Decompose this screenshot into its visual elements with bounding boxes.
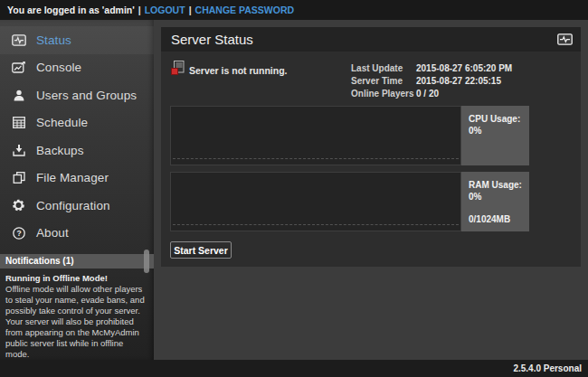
cpu-usage-value: 0% <box>469 125 529 137</box>
sidebar: Status Console Users and Groups Schedule <box>0 20 154 360</box>
info-row-last-update: Last Update 2015-08-27 6:05:20 PM <box>351 61 512 74</box>
server-status-panel: Server is not running. Last Update 2015-… <box>161 52 581 267</box>
notifications-section: Notifications (1) Running in Offline Mod… <box>0 254 154 364</box>
sidebar-item-file-manager[interactable]: File Manager <box>0 165 154 193</box>
main-content: Server Status Server is not running. Las… <box>154 20 588 360</box>
info-value: 2015-08-27 6:05:20 PM <box>416 63 512 73</box>
ram-usage-detail: 0/1024MB <box>469 213 529 225</box>
ram-graph-baseline <box>173 224 459 225</box>
backups-icon <box>11 145 26 156</box>
help-icon: ? <box>11 227 26 240</box>
logout-link[interactable]: LOGOUT <box>145 5 185 15</box>
info-value: 0 / 20 <box>416 89 439 99</box>
sidebar-item-label: Users and Groups <box>36 89 137 102</box>
ram-usage-box: RAM Usage: 0% 0/1024MB <box>461 172 529 231</box>
sidebar-item-schedule[interactable]: Schedule <box>0 109 154 137</box>
cpu-graph-baseline <box>173 158 459 159</box>
status-icon <box>11 34 26 46</box>
footer-bar: 2.5.4.0 Personal <box>0 360 588 377</box>
sidebar-item-label: Schedule <box>36 116 88 129</box>
start-server-button[interactable]: Start Server <box>170 241 232 259</box>
cpu-usage-box: CPU Usage: 0% <box>461 106 529 165</box>
server-info-table: Last Update 2015-08-27 6:05:20 PM Server… <box>351 61 512 99</box>
cpu-usage-label: CPU Usage: <box>469 113 529 125</box>
sidebar-nav: Status Console Users and Groups Schedule <box>0 26 154 247</box>
sidebar-item-label: About <box>36 226 69 240</box>
pulse-icon <box>557 33 573 45</box>
notification-title: Running in Offline Mode! <box>5 273 148 284</box>
sidebar-item-console[interactable]: Console <box>0 54 154 82</box>
svg-text:?: ? <box>16 229 21 238</box>
info-label: Online Players <box>351 89 416 99</box>
logged-in-text: You are logged in as 'admin' <box>7 5 135 15</box>
mcmyadmin-app: You are logged in as 'admin' | LOGOUT | … <box>0 0 588 377</box>
notification-text: Offline mode will allow other players to… <box>5 284 148 360</box>
notification-item: Running in Offline Mode! Offline mode wi… <box>0 269 154 364</box>
sidebar-scrollbar-thumb[interactable] <box>144 250 149 273</box>
sidebar-item-configuration[interactable]: Configuration <box>0 192 154 220</box>
ram-usage-value: 0% <box>469 191 529 203</box>
page-title: Server Status <box>171 32 557 47</box>
users-icon <box>11 90 26 101</box>
sidebar-item-about[interactable]: ? About <box>0 220 154 248</box>
info-value: 2015-08-27 22:05:15 <box>416 76 501 86</box>
topbar: You are logged in as 'admin' | LOGOUT | … <box>0 0 588 20</box>
info-row-server-time: Server Time 2015-08-27 22:05:15 <box>351 74 512 87</box>
ram-usage-label: RAM Usage: <box>469 179 529 191</box>
schedule-icon <box>11 117 26 128</box>
sidebar-item-label: Backups <box>36 144 83 157</box>
separator: | <box>189 5 192 15</box>
file-manager-icon <box>11 172 26 184</box>
ram-usage-graph <box>170 172 461 231</box>
server-status-message: Server is not running. <box>189 65 288 76</box>
cpu-usage-row: CPU Usage: 0% <box>170 106 529 165</box>
change-password-link[interactable]: CHANGE PASSWORD <box>195 5 294 15</box>
cpu-usage-graph <box>170 106 461 165</box>
ram-usage-row: RAM Usage: 0% 0/1024MB <box>170 172 529 231</box>
info-row-online-players: Online Players 0 / 20 <box>351 87 512 99</box>
version-label: 2.5.4.0 Personal <box>513 363 582 373</box>
notifications-header: Notifications (1) <box>0 254 154 269</box>
panel-header: Server Status <box>161 27 581 52</box>
sidebar-item-backups[interactable]: Backups <box>0 137 154 165</box>
sidebar-item-status[interactable]: Status <box>0 26 154 54</box>
server-stopped-icon <box>171 61 185 75</box>
gear-icon <box>11 199 26 212</box>
sidebar-item-label: File Manager <box>36 171 109 184</box>
sidebar-item-label: Status <box>36 33 71 47</box>
info-label: Last Update <box>351 63 416 73</box>
sidebar-item-label: Configuration <box>36 199 110 212</box>
sidebar-item-users-and-groups[interactable]: Users and Groups <box>0 81 154 109</box>
separator: | <box>138 5 141 15</box>
sidebar-item-label: Console <box>36 61 81 74</box>
console-icon <box>11 61 26 73</box>
info-label: Server Time <box>351 76 416 86</box>
